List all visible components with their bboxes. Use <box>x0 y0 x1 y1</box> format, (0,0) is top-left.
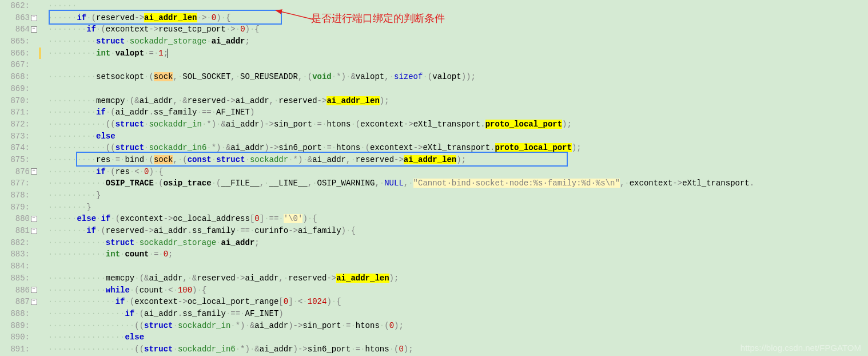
line-number: 887 <box>0 296 30 308</box>
change-marker-gutter <box>38 189 47 201</box>
fold-toggle-icon[interactable]: − <box>31 228 37 234</box>
line-number: 868: <box>0 71 30 83</box>
code-content[interactable]: ··········setsockopt·(sock,·SOL_SOCKET,·… <box>47 71 868 83</box>
change-marker-gutter <box>38 71 47 83</box>
change-marker-gutter <box>38 35 47 48</box>
change-marker-gutter <box>38 213 47 225</box>
fold-gutter <box>30 248 38 260</box>
code-line: 868:··········setsockopt·(sock,·SOL_SOCK… <box>0 71 868 83</box>
line-number: 865: <box>0 35 30 48</box>
fold-gutter <box>30 48 38 60</box>
code-content[interactable]: ············int·count·=·0; <box>47 248 868 260</box>
fold-toggle-icon[interactable]: − <box>31 26 37 33</box>
change-marker-gutter <box>38 296 47 308</box>
line-number: 864 <box>0 23 30 35</box>
code-content[interactable]: ········if·(excontext->reuse_tcp_port·>·… <box>47 23 868 35</box>
line-number: 863 <box>0 12 30 24</box>
code-content[interactable]: ··················((struct·sockaddr_in6·… <box>47 343 868 355</box>
change-marker-gutter <box>38 95 47 107</box>
fold-gutter <box>30 71 38 83</box>
code-line: 880−······else·if·(excontext->oc_local_a… <box>0 213 868 225</box>
code-content[interactable]: ··········memcpy·(&ai_addr,·&reserved->a… <box>47 95 868 107</box>
change-marker-gutter <box>38 237 47 249</box>
fold-gutter <box>30 320 38 332</box>
code-content[interactable]: ··········else <box>47 130 868 143</box>
fold-gutter <box>30 331 38 343</box>
line-number: 875: <box>0 154 30 166</box>
code-content[interactable]: ······if·(reserved->ai_addr_len·>·0)·{ <box>47 12 868 24</box>
change-marker-gutter <box>38 260 47 272</box>
code-content[interactable] <box>47 59 868 71</box>
code-line: 887−··············if·(excontext->oc_loca… <box>0 296 868 308</box>
line-number: 886 <box>0 284 30 296</box>
change-marker-gutter <box>38 130 47 143</box>
code-content[interactable]: ············memcpy·(&ai_addr,·&reserved-… <box>47 272 868 284</box>
code-content[interactable]: ············((struct·sockaddr_in·*)·&ai_… <box>47 118 868 130</box>
code-line: 889:··················((struct·sockaddr_… <box>0 320 868 332</box>
fold-gutter[interactable]: − <box>30 213 38 225</box>
code-content[interactable]: ······ <box>47 0 868 12</box>
fold-gutter[interactable]: − <box>30 12 38 24</box>
fold-gutter <box>30 130 38 143</box>
code-line: 883:············int·count·=·0; <box>0 248 868 260</box>
fold-gutter <box>30 189 38 201</box>
code-content[interactable]: ······else·if·(excontext->oc_local_addre… <box>47 213 868 225</box>
fold-gutter <box>30 343 38 355</box>
line-number: 885: <box>0 272 30 284</box>
code-content[interactable] <box>47 260 868 272</box>
code-content[interactable]: ··········res·=·bind·(sock,·(const·struc… <box>47 154 868 166</box>
change-marker-gutter <box>38 142 47 154</box>
fold-gutter <box>30 201 38 213</box>
change-marker-gutter <box>38 83 47 95</box>
code-content[interactable]: ············OSIP_TRACE·(osip_trace·(__FI… <box>47 177 868 189</box>
code-content[interactable]: ········if·(reserved->ai_addr.ss_family·… <box>47 225 868 237</box>
line-number: 877: <box>0 177 30 189</box>
line-number: 878: <box>0 189 30 201</box>
change-marker-gutter <box>38 308 47 320</box>
fold-gutter <box>30 59 38 71</box>
line-number: 874: <box>0 142 30 154</box>
fold-gutter[interactable]: − <box>30 166 38 178</box>
fold-gutter <box>30 142 38 154</box>
fold-gutter[interactable]: − <box>30 296 38 308</box>
code-content[interactable]: ··········if·(res·<·0)·{ <box>47 166 868 178</box>
code-content[interactable]: ··················((struct·sockaddr_in·*… <box>47 320 868 332</box>
fold-gutter <box>30 95 38 107</box>
line-number: 870: <box>0 95 30 107</box>
code-content[interactable]: ··········struct·sockaddr_storage·ai_add… <box>47 35 868 48</box>
fold-toggle-icon[interactable]: − <box>31 15 37 21</box>
code-content[interactable]: ··············if·(excontext->oc_local_po… <box>47 296 868 308</box>
code-line: 875:··········res·=·bind·(sock,·(const·s… <box>0 154 868 166</box>
fold-toggle-icon[interactable]: − <box>31 168 37 175</box>
fold-gutter <box>30 35 38 48</box>
fold-gutter[interactable]: − <box>30 225 38 237</box>
change-marker-gutter <box>38 154 47 166</box>
fold-gutter[interactable]: − <box>30 23 38 35</box>
fold-toggle-icon[interactable]: − <box>31 299 37 305</box>
code-content[interactable]: ··········if·(ai_addr.ss_family·==·AF_IN… <box>47 106 868 118</box>
line-number: 884: <box>0 260 30 272</box>
change-marker-gutter <box>38 118 47 130</box>
code-content[interactable]: ··········int·valopt·=·1; <box>47 48 868 60</box>
code-content[interactable]: ················if·(ai_addr.ss_family·==… <box>47 308 868 320</box>
change-indicator <box>39 48 41 60</box>
change-marker-gutter <box>38 225 47 237</box>
annotation-text: 是否进行端口绑定的判断条件 <box>311 11 445 25</box>
code-line: 865:··········struct·sockaddr_storage·ai… <box>0 35 868 48</box>
code-content[interactable]: ··········} <box>47 189 868 201</box>
change-marker-gutter <box>38 320 47 332</box>
code-content[interactable] <box>47 83 868 95</box>
code-content[interactable]: ············while·(count·<·100)·{ <box>47 284 868 296</box>
fold-toggle-icon[interactable]: − <box>31 287 37 293</box>
fold-gutter[interactable]: − <box>30 284 38 296</box>
change-marker-gutter <box>38 12 47 24</box>
change-marker-gutter <box>38 284 47 296</box>
code-content[interactable]: ········} <box>47 201 868 213</box>
change-marker-gutter <box>38 166 47 178</box>
fold-toggle-icon[interactable]: − <box>31 216 37 222</box>
code-content[interactable]: ············struct·sockaddr_storage·ai_a… <box>47 237 868 249</box>
code-line: 884: <box>0 260 868 272</box>
code-content[interactable]: ············((struct·sockaddr_in6·*)·&ai… <box>47 142 868 154</box>
code-content[interactable]: ················else <box>47 331 868 343</box>
line-number: 866: <box>0 48 30 60</box>
